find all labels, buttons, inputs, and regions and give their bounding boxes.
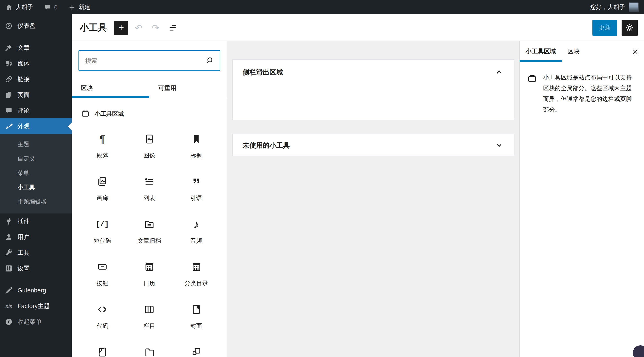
folder-icon [144, 345, 155, 357]
cover-icon [190, 303, 202, 316]
link-icon [4, 75, 13, 84]
pages-icon [4, 90, 13, 99]
tab-blocks[interactable]: 区块 [72, 79, 149, 98]
gallery-icon [97, 175, 108, 188]
widget-area-panel-inactive-widgets: 未使用的小工具 [232, 134, 514, 156]
sidebar-item-label: 外观 [18, 122, 30, 130]
submenu-item-小工具[interactable]: 小工具 [0, 180, 72, 195]
sidebar-item-label: 文章 [18, 44, 30, 52]
quote-icon [190, 175, 202, 188]
block-item-段落[interactable]: ¶段落 [79, 126, 126, 169]
sidebar-item-gutenberg[interactable]: Gutenberg [0, 282, 72, 298]
columns-icon [144, 303, 155, 316]
sidebar-item-dashboard[interactable]: 仪表盘 [0, 18, 72, 34]
block-item-按钮[interactable]: 按钮 [79, 254, 126, 297]
close-settings-button[interactable] [626, 41, 644, 62]
block-item-封面[interactable]: 封面 [173, 297, 220, 340]
editor-header: 小工具 + ↶ ↷ 更新 [72, 14, 644, 41]
search-input[interactable] [84, 57, 204, 64]
chevron-down-icon [494, 140, 504, 150]
block-grid-partial-row [79, 340, 220, 357]
block-item-引语[interactable]: 引语 [173, 169, 220, 212]
block-item-文章归档[interactable]: 文章归档 [126, 212, 173, 254]
block-label: 图像 [144, 152, 155, 160]
search-icon [204, 56, 214, 66]
wrench-icon [4, 248, 13, 257]
add-block-button[interactable]: + [114, 20, 128, 35]
block-item-短代码[interactable]: [/]短代码 [79, 212, 126, 254]
panel-header-inactive-widgets[interactable]: 未使用的小工具 [233, 134, 514, 156]
user-greeting[interactable]: 您好，大胡子 [590, 3, 625, 11]
plus-icon [68, 3, 76, 11]
sidebar-item-label: 媒体 [18, 60, 30, 68]
tab-widget-areas[interactable]: 小工具区域 [520, 41, 562, 62]
comments-count: 0 [54, 4, 58, 10]
admin-sidebar: 仪表盘文章媒体链接页面评论外观主题自定义菜单小工具主题编辑器插件用户工具设置Gu… [0, 14, 72, 357]
widget-areas-description: 小工具区域是站点布局中可以支持区块的全局部分。这些区域因主题而异，但通常都是您的… [543, 72, 637, 115]
settings-sidebar: 小工具区域 区块 小工具区域是站点布局中可以支持区块的全局部分。这些区域因主题而… [519, 41, 644, 357]
sidebar-item-appearance[interactable]: 外观 [0, 118, 72, 134]
tab-reusable[interactable]: 可重用 [149, 79, 227, 98]
submenu-item-主题[interactable]: 主题 [0, 137, 72, 152]
sidebar-item-collapse-menu[interactable]: 收起菜单 [0, 314, 72, 330]
block-item-栏目[interactable]: 栏目 [126, 297, 173, 340]
panel-header-sidebar-slideout[interactable]: 侧栏滑出区域 [233, 60, 514, 85]
admin-bar-new[interactable]: 新建 [63, 0, 96, 14]
block-label: 画廊 [97, 194, 108, 202]
pencil-icon [4, 286, 13, 295]
tab-block[interactable]: 区块 [562, 41, 586, 62]
settings-toggle-button[interactable] [622, 20, 638, 36]
admin-bar-comments[interactable]: 0 [38, 0, 63, 14]
update-button[interactable]: 更新 [592, 20, 617, 36]
xin-logo-icon: Xin [4, 302, 13, 310]
submenu-item-主题编辑器[interactable]: 主题编辑器 [0, 195, 72, 209]
sidebar-item-tools[interactable]: 工具 [0, 245, 72, 260]
sidebar-item-settings[interactable]: 设置 [0, 260, 72, 276]
site-name: 大胡子 [16, 3, 33, 11]
block-label: 段落 [97, 152, 108, 160]
close-icon [631, 48, 639, 56]
block-item[interactable] [173, 340, 220, 357]
sidebar-item-comments[interactable]: 评论 [0, 103, 72, 118]
block-item-画廊[interactable]: 画廊 [79, 169, 126, 212]
block-item-日历[interactable]: 日历 [126, 254, 173, 297]
block-item-图像[interactable]: 图像 [126, 126, 173, 169]
panel-title: 未使用的小工具 [242, 141, 290, 150]
new-label: 新建 [78, 3, 90, 11]
menu-separator [0, 34, 72, 40]
widget-area-icon [527, 74, 537, 84]
block-item-标题[interactable]: 标题 [173, 126, 220, 169]
block-item-音频[interactable]: ♪音频 [173, 212, 220, 254]
sidebar-item-factory-theme[interactable]: XinFactory主题 [0, 298, 72, 314]
home-icon [6, 3, 13, 11]
block-item[interactable] [79, 340, 126, 357]
block-item-列表[interactable]: 列表 [126, 169, 173, 212]
comment-bubble-icon [44, 3, 52, 11]
search-box [78, 50, 220, 71]
inserter-section-header: 小工具区域 [81, 109, 218, 118]
sidebar-item-posts[interactable]: 文章 [0, 40, 72, 56]
sidebar-item-pages[interactable]: 页面 [0, 87, 72, 103]
sidebar-item-media[interactable]: 媒体 [0, 56, 72, 71]
submenu-item-自定义[interactable]: 自定义 [0, 152, 72, 166]
redo-icon: ↷ [152, 22, 160, 33]
brush-icon [4, 122, 13, 130]
sidebar-item-links[interactable]: 链接 [0, 71, 72, 87]
block-label: 日历 [144, 280, 155, 288]
wordpress-widgets-editor: 大胡子 0 新建 您好，大胡子 仪表盘文章媒体链接页面评论外观主题自定义菜单小工… [0, 0, 644, 357]
block-item-代码[interactable]: 代码 [79, 297, 126, 340]
admin-bar: 大胡子 0 新建 您好，大胡子 [0, 0, 644, 14]
categories-icon [190, 260, 202, 274]
sidebar-item-plugins[interactable]: 插件 [0, 214, 72, 229]
list-view-button[interactable] [165, 20, 180, 35]
avatar[interactable] [629, 2, 638, 12]
redo-button[interactable]: ↷ [149, 20, 162, 35]
block-item[interactable] [126, 340, 173, 357]
sidebar-item-users[interactable]: 用户 [0, 229, 72, 245]
admin-bar-site[interactable]: 大胡子 [0, 0, 38, 14]
block-grid: ¶段落图像标题画廊列表引语[/]短代码文章归档♪音频按钮日历分类目录代码栏目封面 [79, 126, 220, 340]
submenu-item-菜单[interactable]: 菜单 [0, 166, 72, 180]
block-label: 文章归档 [138, 237, 161, 245]
block-item-分类目录[interactable]: 分类目录 [173, 254, 220, 297]
undo-button[interactable]: ↶ [132, 20, 145, 35]
